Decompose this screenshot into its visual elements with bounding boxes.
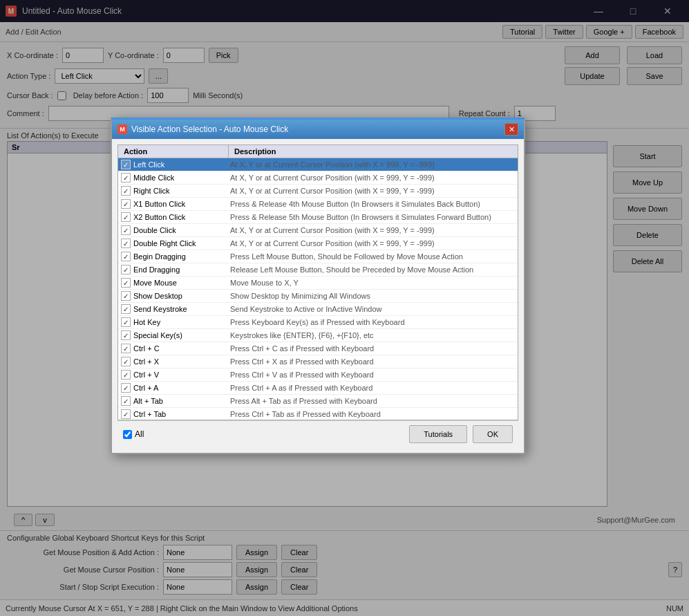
item-desc: Show Desktop by Minimizing All Windows	[230, 292, 515, 300]
item-label: X2 Button Click	[133, 213, 230, 221]
item-desc: Press Ctrl + C as if Pressed with Keyboa…	[230, 344, 515, 353]
item-check	[121, 265, 131, 274]
modal-list-item[interactable]: Right ClickAt X, Y or at Current Cursor …	[118, 185, 518, 198]
item-check	[121, 186, 131, 196]
item-desc: At X, Y or at Current Cursor Position (w…	[230, 187, 515, 195]
modal-list-item[interactable]: X1 Button ClickPress & Release 4th Mouse…	[118, 198, 518, 211]
item-check	[121, 252, 131, 261]
item-label: Left Click	[133, 160, 230, 169]
item-check	[121, 344, 131, 353]
item-check	[121, 239, 131, 248]
item-check	[121, 173, 131, 183]
modal-titlebar: M Visible Action Selection - Auto Mouse …	[112, 120, 524, 139]
modal-list-item[interactable]: Move MouseMove Mouse to X, Y	[118, 277, 518, 290]
item-label: Middle Click	[133, 174, 230, 182]
item-desc: Press & Release 5th Mouse Button (In Bro…	[230, 213, 515, 221]
item-label: Ctrl + A	[133, 384, 230, 392]
modal-list-item[interactable]: Alt + TabPress Alt + Tab as if Pressed w…	[118, 395, 518, 408]
item-desc: At X, Y or at Current Cursor Position (w…	[230, 239, 515, 248]
item-desc: Press Ctrl + Tab as if Pressed with Keyb…	[230, 410, 515, 418]
modal-list-item[interactable]: Left ClickAt X, Y or at Current Cursor P…	[118, 158, 518, 171]
item-label: Show Desktop	[133, 292, 230, 300]
item-desc: Press Ctrl + X as if Pressed with Keyboa…	[230, 357, 515, 366]
item-check	[121, 370, 131, 380]
modal-list-item[interactable]: Ctrl + TabPress Ctrl + Tab as if Pressed…	[118, 408, 518, 420]
item-label: Hot Key	[133, 318, 230, 326]
item-check	[121, 160, 131, 169]
modal-title: Visible Action Selection - Auto Mouse Cl…	[131, 124, 504, 134]
item-label: Double Right Click	[133, 239, 230, 248]
item-desc: Keystrokes like {ENTER}, {F6}, +{F10}, e…	[230, 331, 515, 339]
modal-list-item[interactable]: End DraggingRelease Left Mouse Button, S…	[118, 263, 518, 277]
item-label: Ctrl + Tab	[133, 410, 230, 418]
modal-list-item[interactable]: Ctrl + CPress Ctrl + C as if Pressed wit…	[118, 342, 518, 355]
item-label: Ctrl + X	[133, 357, 230, 366]
modal-body: Action Description Left ClickAt X, Y or …	[112, 139, 524, 453]
modal-footer-btns: Tutorials OK	[409, 425, 513, 443]
item-label: Ctrl + C	[133, 344, 230, 353]
item-check	[121, 212, 131, 222]
item-label: End Dragging	[133, 265, 230, 274]
item-check	[121, 304, 131, 314]
item-check	[121, 199, 131, 209]
item-label: Alt + Tab	[133, 397, 230, 405]
item-label: Special Key(s)	[133, 331, 230, 339]
item-label: X1 Button Click	[133, 200, 230, 208]
item-desc: Press & Release 4th Mouse Button (In Bro…	[230, 200, 515, 208]
item-label: Ctrl + V	[133, 371, 230, 379]
modal-list-item[interactable]: Ctrl + XPress Ctrl + X as if Pressed wit…	[118, 355, 518, 368]
item-check	[121, 317, 131, 327]
modal-list-item[interactable]: Hot KeyPress Keyboard Key(s) as if Press…	[118, 316, 518, 329]
item-desc: At X, Y or at Current Cursor Position (w…	[230, 160, 515, 169]
item-check	[121, 225, 131, 235]
item-check	[121, 291, 131, 301]
modal-close-button[interactable]: ✕	[504, 123, 518, 136]
modal-list-item[interactable]: Special Key(s)Keystrokes like {ENTER}, {…	[118, 329, 518, 342]
modal-list[interactable]: Left ClickAt X, Y or at Current Cursor P…	[118, 158, 518, 420]
item-desc: Press Alt + Tab as if Pressed with Keybo…	[230, 397, 515, 405]
modal-col-action: Action	[118, 145, 229, 158]
item-label: Right Click	[133, 187, 230, 195]
modal-list-wrap: Left ClickAt X, Y or at Current Cursor P…	[117, 158, 518, 420]
item-desc: Send Keystroke to Active or InActive Win…	[230, 305, 515, 313]
modal-list-item[interactable]: Begin DraggingPress Left Mouse Button, S…	[118, 250, 518, 263]
modal-list-item[interactable]: X2 Button ClickPress & Release 5th Mouse…	[118, 211, 518, 224]
item-desc: At X, Y or at Current Cursor Position (w…	[230, 226, 515, 234]
item-check	[121, 330, 131, 340]
item-label: Double Click	[133, 226, 230, 234]
item-desc: Release Left Mouse Button, Should be Pre…	[230, 265, 515, 274]
modal-list-item[interactable]: Middle ClickAt X, Y or at Current Cursor…	[118, 171, 518, 185]
modal-list-item[interactable]: Double Right ClickAt X, Y or at Current …	[118, 237, 518, 250]
modal-footer: All Tutorials OK	[117, 420, 518, 447]
item-desc: At X, Y or at Current Cursor Position (w…	[230, 174, 515, 182]
modal-icon: M	[117, 124, 127, 134]
modal-overlay: M Visible Action Selection - Auto Mouse …	[0, 0, 689, 616]
item-desc: Press Keyboard Key(s) as if Pressed with…	[230, 318, 515, 326]
tutorials-button[interactable]: Tutorials	[409, 425, 467, 443]
item-label: Begin Dragging	[133, 252, 230, 261]
modal-list-item[interactable]: Show DesktopShow Desktop by Minimizing A…	[118, 290, 518, 303]
item-desc: Move Mouse to X, Y	[230, 279, 515, 287]
item-check	[121, 409, 131, 419]
modal-list-item[interactable]: Ctrl + APress Ctrl + A as if Pressed wit…	[118, 382, 518, 395]
modal-dialog: M Visible Action Selection - Auto Mouse …	[111, 118, 525, 454]
item-label: Move Mouse	[133, 279, 230, 287]
modal-all-check: All	[123, 429, 144, 439]
item-check	[121, 278, 131, 288]
ok-button[interactable]: OK	[473, 425, 513, 443]
modal-list-header: Action Description	[117, 144, 518, 158]
item-check	[121, 357, 131, 366]
item-label: Send Keystroke	[133, 305, 230, 313]
item-check	[121, 383, 131, 393]
all-label: All	[135, 429, 144, 439]
item-desc: Press Ctrl + A as if Pressed with Keyboa…	[230, 384, 515, 392]
item-desc: Press Ctrl + V as if Pressed with Keyboa…	[230, 371, 515, 379]
modal-list-item[interactable]: Send KeystrokeSend Keystroke to Active o…	[118, 303, 518, 316]
modal-list-item[interactable]: Double ClickAt X, Y or at Current Cursor…	[118, 224, 518, 237]
modal-col-desc: Description	[229, 145, 518, 158]
modal-list-item[interactable]: Ctrl + VPress Ctrl + V as if Pressed wit…	[118, 368, 518, 382]
item-check	[121, 396, 131, 406]
item-desc: Press Left Mouse Button, Should be Follo…	[230, 252, 515, 261]
all-checkbox[interactable]	[123, 430, 132, 439]
